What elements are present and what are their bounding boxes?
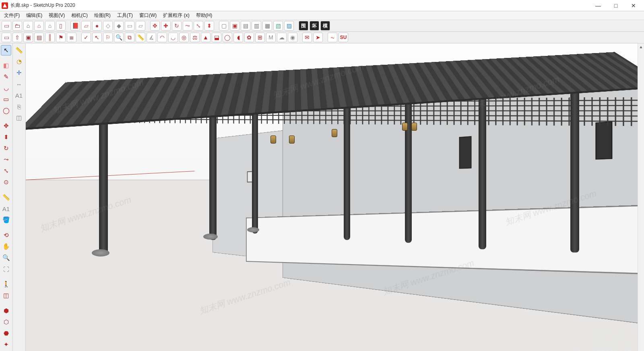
zoom-left-icon[interactable]: 🔍 xyxy=(1,252,11,263)
tag-icon[interactable]: ⚑ xyxy=(56,33,66,42)
line-tool-icon[interactable]: ✎ xyxy=(1,72,11,82)
layers-icon[interactable]: ≣ xyxy=(67,33,76,42)
flag-icon[interactable]: ⚐ xyxy=(103,33,113,42)
paint-left-icon[interactable]: 🪣 xyxy=(1,215,11,225)
rainbow-icon[interactable]: ◖ xyxy=(233,33,243,42)
circle-tool-icon[interactable]: ◯ xyxy=(223,33,232,42)
copy-icon[interactable]: ⧉ xyxy=(125,33,134,42)
close-button[interactable]: ✕ xyxy=(625,0,642,11)
shape-tool-icon[interactable]: ▭ xyxy=(1,94,11,105)
label-icon[interactable]: ⎘ xyxy=(14,101,24,112)
arc2-icon[interactable]: ◡ xyxy=(168,33,178,42)
menu-2[interactable]: 视图(V) xyxy=(45,11,68,20)
target2-icon[interactable]: ◉ xyxy=(288,33,297,42)
followme-icon[interactable]: ⤳ xyxy=(1,154,11,165)
style2-icon[interactable]: ▱ xyxy=(136,21,145,31)
pushpull-icon[interactable]: ⬍ xyxy=(204,21,214,31)
maximize-button[interactable]: □ xyxy=(607,0,625,11)
label-wei[interactable]: 围 xyxy=(299,21,308,31)
arc-tool-icon[interactable]: ◡ xyxy=(1,83,11,93)
pointer-icon[interactable]: ↖ xyxy=(92,33,102,42)
mail-icon[interactable]: ✉ xyxy=(302,33,312,42)
dimension-icon[interactable]: ↔ xyxy=(14,79,24,89)
su-label[interactable]: SU xyxy=(339,33,348,42)
zoomext-icon[interactable]: ⛶ xyxy=(1,264,11,274)
box2-icon[interactable]: ▣ xyxy=(230,21,239,31)
scale-icon[interactable]: ⤡ xyxy=(194,21,203,31)
door-icon[interactable]: ▯ xyxy=(56,21,66,31)
house-outline-icon[interactable]: ⌂ xyxy=(34,21,44,31)
paint2-icon[interactable]: ▲ xyxy=(201,33,211,42)
check-icon[interactable]: ✓ xyxy=(81,33,91,42)
grid-icon[interactable]: ⊞ xyxy=(255,33,265,42)
scroll-up-icon[interactable]: ▲ xyxy=(638,43,644,50)
walk-icon[interactable]: 🚶 xyxy=(1,279,11,289)
menu-7[interactable]: 扩展程序 (x) xyxy=(160,11,192,20)
rotate-left-icon[interactable]: ↻ xyxy=(1,143,11,154)
protractor-icon[interactable]: ◔ xyxy=(14,56,24,67)
viewport-inner[interactable]: 知末网 www.znzmo.com 知末网 www.znzmo.com 知末网 … xyxy=(26,43,638,351)
box4-icon[interactable]: ▥ xyxy=(252,21,261,31)
redo-icon[interactable]: ⇧ xyxy=(12,33,22,42)
menu-5[interactable]: 工具(T) xyxy=(114,11,136,20)
text-tool-icon[interactable]: A1 xyxy=(1,203,11,214)
menu-3[interactable]: 相机(C) xyxy=(68,11,91,20)
model-building[interactable] xyxy=(26,43,638,351)
section-left-icon[interactable]: ◫ xyxy=(1,290,11,301)
menu-6[interactable]: 窗口(W) xyxy=(136,11,160,20)
viewport[interactable]: 知末网 www.znzmo.com 知末网 www.znzmo.com 知末网 … xyxy=(26,43,644,351)
sheet-icon[interactable]: ▱ xyxy=(81,21,91,31)
rotate-icon[interactable]: ↻ xyxy=(172,21,182,31)
ext-icon[interactable]: ✦ xyxy=(1,339,11,350)
follow-icon[interactable]: ⤳ xyxy=(183,21,192,31)
label-huai[interactable]: 坏 xyxy=(310,21,319,31)
menu-8[interactable]: 帮助(H) xyxy=(193,11,216,20)
orbit-icon[interactable]: ⟲ xyxy=(1,230,11,240)
pushpull-left-icon[interactable]: ⬍ xyxy=(1,132,11,142)
eraser-tool-icon[interactable]: ◧ xyxy=(1,60,11,71)
cloud-icon[interactable]: ☁ xyxy=(277,33,287,42)
weight-icon[interactable]: ⚖ xyxy=(190,33,200,42)
box3-icon[interactable]: ▤ xyxy=(241,21,250,31)
wire-icon[interactable]: ◇ xyxy=(103,21,113,31)
offset-icon[interactable]: ⊙ xyxy=(1,177,11,187)
m-icon[interactable]: M xyxy=(266,33,276,42)
shaded-icon[interactable]: ◆ xyxy=(114,21,124,31)
angle-icon[interactable]: ∡ xyxy=(147,33,156,42)
tape-icon[interactable]: 📏 xyxy=(136,33,145,42)
wifi-icon[interactable]: ⏦ xyxy=(328,33,337,42)
text2-icon[interactable]: A1 xyxy=(14,90,24,101)
frame2-icon[interactable]: ▤ xyxy=(34,33,44,42)
vertical-scrollbar[interactable]: ▲ ▼ xyxy=(638,43,644,351)
frame-icon[interactable]: ▣ xyxy=(23,33,33,42)
house-line-icon[interactable]: ⌂ xyxy=(45,21,55,31)
send-icon[interactable]: ➤ xyxy=(313,33,323,42)
ball-icon[interactable]: ● xyxy=(92,21,102,31)
select-tool-icon[interactable]: ↖ xyxy=(1,45,11,55)
minimize-button[interactable]: — xyxy=(589,0,607,11)
gear2-icon[interactable]: ✿ xyxy=(244,33,254,42)
move-left-icon[interactable]: ✥ xyxy=(1,121,11,131)
tape-left-icon[interactable]: 📏 xyxy=(1,192,11,203)
box7-icon[interactable]: ▨ xyxy=(284,21,294,31)
box5-icon[interactable]: ▦ xyxy=(262,21,272,31)
menu-1[interactable]: 编辑(E) xyxy=(23,11,45,20)
undo-icon[interactable]: ▭ xyxy=(2,33,11,42)
new-file-icon[interactable]: ▭ xyxy=(2,21,11,31)
open-file-icon[interactable]: 🗀 xyxy=(12,21,22,31)
style1-icon[interactable]: ▭ xyxy=(125,21,134,31)
arc-icon[interactable]: ◠ xyxy=(157,33,167,42)
3dw-icon[interactable]: ⬡ xyxy=(1,317,11,327)
scale-left-icon[interactable]: ⤡ xyxy=(1,166,11,176)
menu-0[interactable]: 文件(F) xyxy=(1,11,23,20)
move-icon[interactable]: ✚ xyxy=(161,21,171,31)
columns-icon[interactable]: ║ xyxy=(45,33,55,42)
stamp-icon[interactable]: ⬓ xyxy=(212,33,221,42)
house-solid-icon[interactable]: ⌂ xyxy=(23,21,33,31)
circle-left-icon[interactable]: ◯ xyxy=(1,105,11,116)
tape2-icon[interactable]: 📏 xyxy=(14,45,24,55)
section2-icon[interactable]: ◫ xyxy=(14,113,24,123)
box6-icon[interactable]: ▧ xyxy=(273,21,283,31)
box1-icon[interactable]: ▢ xyxy=(219,21,229,31)
pan-icon[interactable]: ✋ xyxy=(1,241,11,252)
